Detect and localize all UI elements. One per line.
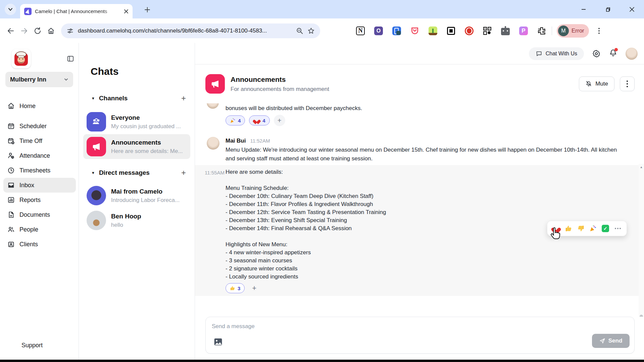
add-channel-button[interactable]: + — [181, 94, 186, 103]
address-bar[interactable]: dashboard.camelohq.com/chat/channels/9bf… — [61, 23, 320, 38]
sidebar-item-scheduler[interactable]: Scheduler — [3, 119, 76, 134]
bookmark-star-icon[interactable] — [307, 27, 315, 35]
channel-item-announcements[interactable]: Announcements Here are some details: Me.… — [83, 134, 190, 159]
channel-title: Announcements — [231, 75, 579, 84]
workspace-selector[interactable]: Mulberry Inn — [5, 72, 73, 87]
restore-icon — [605, 7, 610, 12]
react-thumbs-up-button[interactable] — [564, 224, 573, 233]
extension-pocket-icon[interactable] — [410, 26, 419, 36]
user-avatar[interactable] — [626, 48, 638, 60]
bell-off-icon — [585, 81, 592, 87]
mute-label: Mute — [595, 81, 608, 87]
reload-button[interactable] — [31, 24, 44, 38]
party-popper-icon — [589, 225, 597, 232]
more-reactions-button[interactable] — [613, 224, 623, 233]
add-reaction-button[interactable]: + — [252, 284, 256, 293]
client-badge-icon — [7, 241, 15, 248]
extensions-puzzle-icon[interactable] — [537, 26, 546, 36]
sidebar-item-timesheets[interactable]: Timesheets — [3, 163, 76, 178]
site-settings-icon[interactable] — [66, 27, 74, 35]
extension-phone-dock-icon[interactable] — [392, 26, 401, 36]
tab-search-button[interactable] — [5, 4, 16, 15]
extension-o-icon[interactable]: O — [374, 26, 383, 36]
chat-with-us-button[interactable]: Chat With Us — [529, 47, 584, 60]
sidebar-item-clients[interactable]: Clients — [3, 237, 76, 252]
sidebar-nav: Home Scheduler Time Off Attendance Times… — [3, 99, 76, 252]
sidebar-toggle-button[interactable] — [67, 55, 74, 64]
back-icon — [7, 27, 15, 35]
restore-button[interactable] — [596, 0, 620, 18]
sidebar-item-reports[interactable]: Reports — [3, 193, 76, 207]
document-icon — [7, 211, 15, 218]
browser-profile-button[interactable]: M Error — [557, 24, 589, 38]
sidebar-item-documents[interactable]: Documents — [3, 207, 76, 222]
ellipsis-icon — [615, 228, 621, 229]
sidebar-item-time-off[interactable]: Time Off — [3, 134, 76, 148]
reaction-heart[interactable]: 4 — [249, 115, 269, 125]
add-reaction-button[interactable]: + — [274, 115, 285, 126]
sidebar-item-inbox[interactable]: Inbox — [3, 178, 76, 193]
square-glyph — [447, 27, 455, 35]
minimize-button[interactable] — [572, 0, 596, 18]
url-text[interactable]: dashboard.camelohq.com/chat/channels/9bf… — [78, 28, 292, 34]
sidebar-label-inbox: Inbox — [19, 182, 34, 189]
sidebar-item-home[interactable]: Home — [3, 99, 76, 113]
channel-menu-button[interactable] — [620, 76, 635, 91]
scrollbar-thumb[interactable] — [640, 315, 643, 317]
react-thumbs-down-button[interactable] — [576, 224, 586, 233]
thumbs-down-icon — [577, 225, 585, 232]
back-button[interactable] — [4, 24, 17, 38]
notification-dot — [614, 48, 618, 51]
sidebar-item-people[interactable]: People — [3, 222, 76, 237]
chat-bubble-icon — [536, 50, 542, 57]
home-button[interactable] — [44, 24, 58, 38]
dm-item-mai-from-camelo[interactable]: Mai from Camelo Introducing Labor Foreca… — [83, 183, 190, 208]
collapse-arrow-icon[interactable]: ▼ — [91, 171, 95, 175]
chat-scrollbar[interactable]: ▲ ▼ — [639, 164, 644, 317]
sidebar-item-support[interactable]: Support — [21, 342, 43, 349]
zoom-icon[interactable] — [296, 27, 303, 35]
reaction-thumbs-up[interactable]: 3 — [226, 283, 245, 293]
settings-gear-icon[interactable] — [592, 49, 601, 58]
add-dm-button[interactable]: + — [181, 168, 186, 177]
notifications-button[interactable] — [609, 49, 617, 59]
sidebar-item-attendance[interactable]: Attendance — [3, 148, 76, 163]
taskbar-edge — [0, 360, 644, 362]
channel-item-everyone[interactable]: Everyone My cousin just graduated ... — [83, 109, 190, 134]
mute-button[interactable]: Mute — [579, 76, 614, 91]
extension-plant-icon[interactable] — [428, 26, 438, 36]
dm-item-ben-hoop[interactable]: Ben Hoop hello — [83, 208, 190, 233]
company-logo[interactable] — [11, 49, 31, 68]
message-time: 11:55AM — [205, 170, 225, 175]
minimize-icon — [581, 7, 586, 12]
extension-qr-icon[interactable] — [483, 26, 492, 36]
message-input[interactable] — [212, 321, 547, 332]
message-reactions: 4 4 + — [226, 115, 285, 126]
thumbs-up-icon — [230, 286, 235, 291]
channels-label: Channels — [99, 95, 177, 102]
extension-p-icon[interactable]: P — [519, 26, 528, 36]
close-button[interactable] — [620, 0, 644, 18]
react-party-popper-button[interactable] — [588, 224, 598, 233]
toolbar-divider — [552, 27, 552, 35]
collapse-arrow-icon[interactable]: ▼ — [91, 96, 95, 100]
extension-screenshot-icon[interactable] — [446, 26, 456, 36]
attach-image-button[interactable] — [214, 338, 222, 347]
check-icon: ✓ — [602, 225, 609, 232]
send-button[interactable]: Send — [592, 334, 630, 348]
new-tab-button[interactable] — [142, 5, 152, 15]
channel-subtitle: For announcements from management — [231, 86, 579, 93]
reaction-party-popper[interactable]: 4 — [226, 115, 245, 125]
browser-menu-button[interactable] — [598, 28, 600, 34]
extension-robot-icon[interactable] — [501, 26, 510, 36]
react-check-button[interactable]: ✓ — [601, 224, 610, 233]
forward-button[interactable] — [17, 24, 31, 38]
extension-record-icon[interactable] — [464, 26, 474, 36]
extensions-row: N O P — [356, 26, 546, 36]
sidebar-label-scheduler: Scheduler — [19, 123, 47, 130]
channel-header-texts: Announcements For announcements from man… — [231, 75, 579, 93]
tab-close-icon[interactable] — [124, 9, 129, 14]
extension-notion-icon[interactable]: N — [356, 26, 365, 36]
browser-tab[interactable]: Camelo | Chat | Announcements — [20, 4, 133, 18]
scroll-up-arrow[interactable]: ▲ — [639, 164, 644, 170]
